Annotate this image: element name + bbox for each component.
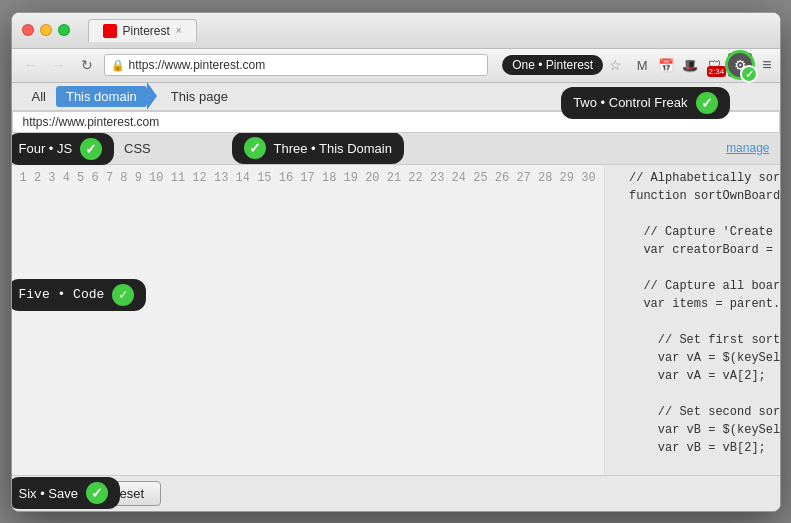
- code-editor[interactable]: Five • Code ✓ 1 2 3 4 5 6 7 8 9 10 11 12…: [12, 165, 780, 475]
- back-button[interactable]: ←: [20, 54, 42, 76]
- calendar-icon[interactable]: 📅: [656, 55, 676, 75]
- toolbar-icons: M 📅 🎩 🛡 2:34 ⚙ ✓: [632, 53, 752, 77]
- browser-tab[interactable]: Pinterest ×: [88, 19, 197, 42]
- domain-this-page-tab[interactable]: This page: [161, 86, 238, 107]
- code-text[interactable]: // Alphabetically sorts boards on own pr…: [605, 165, 780, 475]
- six-save-badge: Six • Save ✓: [11, 477, 120, 509]
- four-badge-label: Four • JS: [19, 141, 73, 156]
- tab-css[interactable]: CSS: [110, 137, 165, 160]
- two-control-freak-badge: Two • Control Freak ✓: [561, 87, 729, 119]
- content-area: Four • JS ✓ Javascript CSS ✓ Three • Thi…: [12, 133, 780, 475]
- forward-button[interactable]: →: [48, 54, 70, 76]
- bookmark-star-icon[interactable]: ☆: [609, 57, 622, 73]
- fullscreen-button[interactable]: [58, 24, 70, 36]
- hat-glyph: 🎩: [682, 58, 698, 73]
- footer-bar: Six • Save ✓ Save Reset: [12, 475, 780, 511]
- tab-favicon: [103, 24, 117, 38]
- domain-arrow: [147, 82, 157, 110]
- two-badge-label: Two • Control Freak: [573, 95, 687, 110]
- tab-bar: Pinterest ×: [88, 19, 197, 42]
- close-button[interactable]: [22, 24, 34, 36]
- one-pinterest-badge: One • Pinterest: [502, 55, 603, 75]
- calendar-glyph: 📅: [658, 58, 674, 73]
- gear-check-overlay: ✓: [740, 65, 758, 83]
- manage-link[interactable]: manage: [726, 141, 769, 155]
- three-this-domain-badge: ✓ Three • This Domain: [232, 133, 404, 165]
- five-code-badge: Five • Code ✓: [12, 279, 147, 311]
- menu-icon[interactable]: ≡: [762, 56, 771, 74]
- four-check-icon: ✓: [80, 138, 102, 160]
- shield-badge: 2:34: [707, 66, 727, 77]
- five-badge-label: Five • Code: [19, 286, 105, 304]
- five-check-icon: ✓: [112, 284, 134, 306]
- gmail-letter: M: [637, 58, 648, 73]
- shield-icon[interactable]: 🛡 2:34: [704, 55, 724, 75]
- three-check-icon: ✓: [244, 137, 266, 159]
- domain-this-domain-tab[interactable]: This domain: [56, 86, 147, 107]
- tab-close-button[interactable]: ×: [176, 25, 182, 36]
- minimize-button[interactable]: [40, 24, 52, 36]
- domain-all-tab[interactable]: All: [22, 86, 56, 107]
- lock-icon: 🔒: [111, 59, 125, 72]
- traffic-lights: [22, 24, 70, 36]
- six-check-icon: ✓: [86, 482, 108, 504]
- gmail-icon[interactable]: M: [632, 55, 652, 75]
- four-js-badge: Four • JS ✓: [12, 133, 115, 165]
- code-tabs-row: Four • JS ✓ Javascript CSS ✓ Three • Thi…: [12, 133, 780, 165]
- hat-icon[interactable]: 🎩: [680, 55, 700, 75]
- title-bar: Pinterest ×: [12, 13, 780, 49]
- three-badge-label: Three • This Domain: [274, 141, 392, 156]
- address-bar[interactable]: 🔒 https://www.pinterest.com: [104, 54, 489, 76]
- code-tabs: Javascript CSS ✓ Three • This Domain man…: [12, 133, 780, 165]
- tab-title: Pinterest: [123, 24, 170, 38]
- refresh-button[interactable]: ↻: [76, 54, 98, 76]
- line-numbers: 1 2 3 4 5 6 7 8 9 10 11 12 13 14 15 16 1…: [12, 165, 605, 475]
- six-badge-label: Six • Save: [19, 486, 78, 501]
- nav-bar: ← → ↻ 🔒 https://www.pinterest.com One • …: [12, 49, 780, 83]
- two-check-icon: ✓: [696, 92, 718, 114]
- url-text: https://www.pinterest.com: [129, 58, 266, 72]
- url-suggestion-text: https://www.pinterest.com: [23, 115, 160, 129]
